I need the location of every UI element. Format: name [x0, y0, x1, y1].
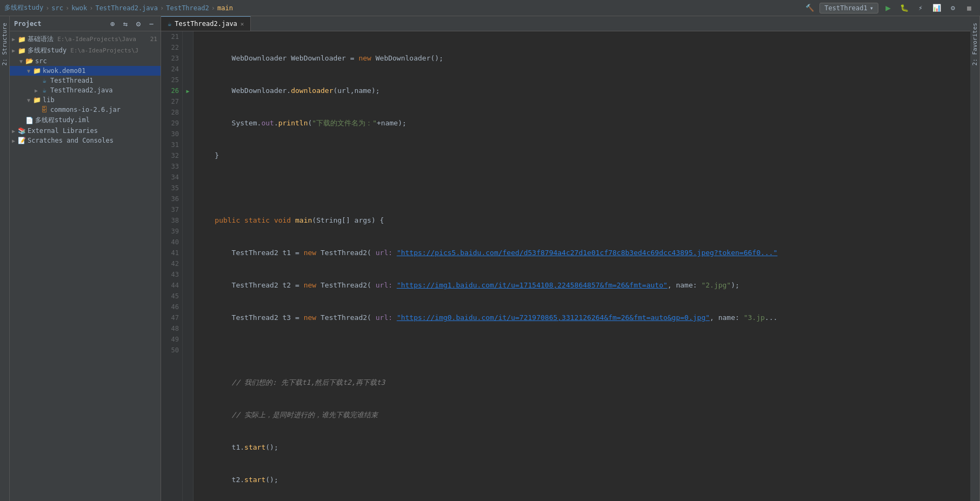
- editor-tab-testthread2[interactable]: ☕ TestThread2.java ✕: [161, 16, 251, 31]
- structure-tab-label[interactable]: 2: Structure: [0, 18, 9, 70]
- gutter-23: [183, 53, 193, 64]
- line-num-30: 30: [164, 129, 179, 139]
- tree-item-src[interactable]: ▼ 📂 src: [10, 56, 161, 66]
- line-num-45: 45: [164, 291, 179, 302]
- gutter: ▶: [183, 31, 194, 501]
- sidebar-locate-icon[interactable]: ⊕: [108, 19, 117, 29]
- favorites-tab-label[interactable]: 2: Favorites: [970, 18, 979, 70]
- gutter-44: [183, 280, 193, 291]
- line-num-41: 41: [164, 248, 179, 258]
- sidebar-collapse-icon[interactable]: ⇆: [121, 19, 130, 29]
- tree-item-testthread1[interactable]: ☕ TestThread1: [10, 76, 161, 85]
- code-line-27: TestThread2 t1 = new TestThread2( url: "…: [198, 248, 966, 258]
- line-num-29: 29: [164, 118, 179, 129]
- gutter-35: [183, 183, 193, 193]
- gutter-43: [183, 269, 193, 280]
- tree-arrow-kwok[interactable]: ▼: [25, 68, 32, 74]
- code-line-30: [198, 345, 966, 356]
- sidebar-settings-icon[interactable]: ⚙: [134, 19, 143, 29]
- code-line-22: WebDownloader.downloader(url,name);: [198, 85, 966, 96]
- line-num-28: 28: [164, 107, 179, 118]
- tree-arrow-extlib[interactable]: ▶: [10, 128, 17, 134]
- tree-arrow-jichu[interactable]: ▶: [10, 36, 17, 42]
- breadcrumb-sep5: ›: [211, 4, 215, 12]
- tree-item-kwok-demo01[interactable]: ▼ 📁 kwok.demo01: [10, 66, 161, 76]
- line-num-38: 38: [164, 215, 179, 226]
- project-tree: ▶ 📁 基础语法 E:\a-IdeaProjects\Java 21 ▶ 📁 多…: [10, 31, 161, 501]
- structure-panel-tab[interactable]: 2: Structure: [0, 16, 10, 501]
- breadcrumb-method[interactable]: main: [217, 4, 233, 12]
- line-num-23: 23: [164, 53, 179, 64]
- hammer-icon[interactable]: 🔨: [803, 2, 816, 15]
- topbar: 多线程study › src › kwok › TestThread2.java…: [0, 0, 980, 16]
- gutter-42: [183, 258, 193, 269]
- tree-arrow-scratches[interactable]: ▶: [10, 138, 17, 144]
- line-num-26: 26: [164, 85, 179, 96]
- tree-item-extlib[interactable]: ▶ 📚 External Libraries: [10, 126, 161, 136]
- breadcrumb-file1[interactable]: TestThread2.java: [95, 4, 158, 12]
- tree-item-scratches[interactable]: ▶ 📝 Scratches and Consoles: [10, 136, 161, 145]
- line-num-37: 37: [164, 204, 179, 215]
- tab-close-button[interactable]: ✕: [241, 21, 244, 28]
- folder-icon-jichu: 📁: [17, 36, 26, 43]
- src-icon: 📂: [25, 57, 34, 65]
- line-num-50: 50: [164, 345, 179, 356]
- coverage-button[interactable]: 📊: [930, 2, 943, 15]
- run-config-selector[interactable]: TestThread1 ▾: [819, 3, 878, 14]
- gutter-24: [183, 64, 193, 75]
- gutter-31: [183, 139, 193, 150]
- tree-item-duoxian[interactable]: ▶ 📁 多线程study E:\a-IdeaProjects\J: [10, 45, 161, 56]
- tab-java-icon: ☕: [168, 20, 171, 28]
- breadcrumb-sep3: ›: [89, 4, 93, 12]
- tree-arrow-duoxian[interactable]: ▶: [10, 48, 17, 54]
- tree-label-jichu: 基础语法 E:\a-IdeaProjects\Java: [28, 35, 150, 44]
- tree-item-jichu[interactable]: ▶ 📁 基础语法 E:\a-IdeaProjects\Java 21: [10, 34, 161, 45]
- code-content[interactable]: WebDownloader WebDownloader = new WebDow…: [194, 31, 970, 501]
- line-numbers: 21 22 23 24 25 26 27 28 29 30 31 32 33 3…: [161, 31, 183, 501]
- code-line-24: }: [198, 150, 966, 161]
- tree-arrow-tt2[interactable]: ▶: [32, 88, 40, 93]
- gutter-48: [183, 323, 193, 334]
- tree-item-iml[interactable]: 📄 多线程study.iml: [10, 115, 161, 126]
- gutter-34: [183, 172, 193, 183]
- gutter-49: [183, 334, 193, 345]
- line-num-33: 33: [164, 161, 179, 172]
- tree-label-lib: lib: [43, 96, 161, 104]
- favorites-panel-tab[interactable]: 2: Favorites: [970, 16, 980, 501]
- line-num-44: 44: [164, 280, 179, 291]
- tree-arrow-tt1: [32, 78, 40, 84]
- code-line-33: t1.start();: [198, 442, 966, 453]
- code-line-29: TestThread2 t3 = new TestThread2( url: "…: [198, 312, 966, 323]
- line-num-39: 39: [164, 226, 179, 237]
- breadcrumb-sep1: ›: [45, 4, 49, 12]
- breadcrumb-file2[interactable]: TestThread2: [166, 4, 209, 12]
- breadcrumb-project[interactable]: 多线程study: [4, 3, 43, 12]
- gutter-45: [183, 291, 193, 302]
- breadcrumb-package[interactable]: kwok: [71, 4, 87, 12]
- sidebar-close-icon[interactable]: −: [146, 19, 156, 29]
- gutter-26[interactable]: ▶: [183, 85, 193, 96]
- tab-label: TestThread2.java: [175, 20, 237, 28]
- stop-button[interactable]: ■: [963, 2, 976, 15]
- code-line-23: System.out.println("下载的文件名为："+name);: [198, 118, 966, 129]
- tree-item-lib[interactable]: ▼ 📁 lib: [10, 95, 161, 105]
- gutter-47: [183, 312, 193, 323]
- tree-arrow-lib[interactable]: ▼: [25, 97, 32, 103]
- sidebar-header: Project ⊕ ⇆ ⚙ −: [10, 16, 161, 31]
- tree-arrow-src[interactable]: ▼: [17, 58, 25, 64]
- folder-icon-lib: 📁: [32, 96, 41, 104]
- tree-item-testthread2[interactable]: ▶ ☕ TestThread2.java: [10, 85, 161, 95]
- debug-button[interactable]: 🐛: [898, 2, 911, 15]
- breadcrumb-src[interactable]: src: [51, 4, 63, 12]
- settings-button[interactable]: ⚙: [946, 2, 959, 15]
- code-editor[interactable]: 21 22 23 24 25 26 27 28 29 30 31 32 33 3…: [161, 31, 970, 501]
- run-button[interactable]: ▶: [882, 2, 895, 15]
- sidebar-title: Project: [14, 20, 104, 28]
- tree-label-tt2: TestThread2.java: [50, 86, 161, 94]
- tree-label-jar: commons-io-2.6.jar: [50, 106, 161, 113]
- tree-label-extlib: External Libraries: [28, 127, 161, 135]
- line-num-31: 31: [164, 139, 179, 150]
- profile-button[interactable]: ⚡: [914, 2, 927, 15]
- line-num-47: 47: [164, 312, 179, 323]
- tree-item-commons-io[interactable]: 🗄 commons-io-2.6.jar: [10, 105, 161, 115]
